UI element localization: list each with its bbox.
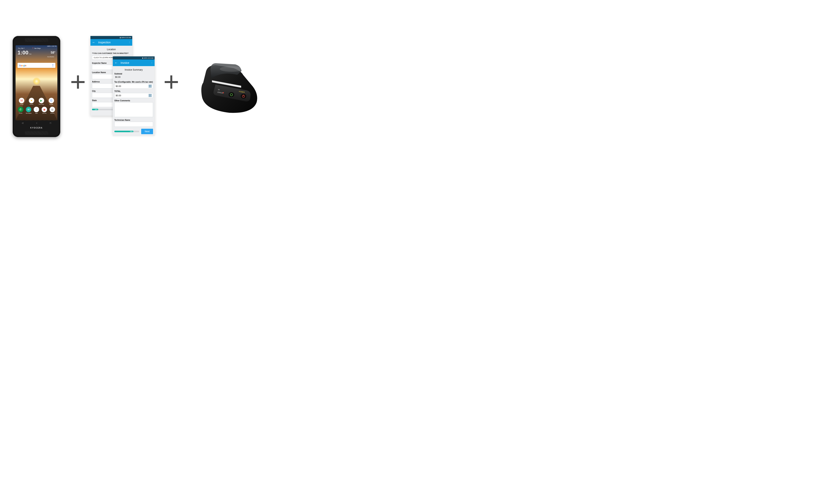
app-icon: ⋮⋮⋮ [34,107,39,112]
highlight [220,66,243,72]
app-apps[interactable]: ⋮⋮⋮Apps [33,107,40,114]
statusbar: ▮ 100% 8:23 AM [113,56,155,59]
technician-label: Technician Name [114,119,153,121]
back-icon[interactable]: ← [92,40,96,44]
phone-brand-label: KYOCERA [14,127,59,129]
app-icon: ◉ [42,107,47,112]
app-label: Photos [28,104,35,105]
homescreen-date: Thu, Feb 7 [18,48,24,49]
form-body: Invoice Summary Subtotal $0.00 Tax (Conf… [113,66,155,136]
app-icon: ◎ [49,107,55,112]
app-label: Gmail [18,104,25,105]
progress-label: 76% [130,131,133,132]
app-label: Apps [33,113,40,114]
error-led-icon [223,92,224,93]
back-icon[interactable]: ← [114,61,118,65]
progress-bar: 76% [114,131,139,132]
app-bar-title: Inspection [98,41,111,44]
overflow-menu-icon[interactable]: ⋮ [128,41,131,44]
app-icon: M [19,98,24,103]
section-title: Invoice Summary [114,68,153,71]
nav-recent-icon[interactable]: □ [50,122,51,124]
total-field[interactable]: $0.00 [114,93,153,98]
mic-icon[interactable] [52,64,54,67]
comments-label: Other Comments [114,100,153,102]
next-button[interactable]: Next [141,129,153,134]
app-row-2: ✆Phone✉Messaging⋮⋮⋮Apps◉Chrome◎Camera [16,107,57,114]
statusbar-text: 100% 8:23 AM [121,37,131,38]
customize-note: **YOU CAN CUSTOMIZE THIS IN MINUTES** [92,52,131,54]
tax-value: $0.00 [116,85,121,87]
phone-screen[interactable]: 100% 1:00 PM Thu, Feb 7 📍 San Diego 1:00… [16,45,57,120]
app-icon: ✦ [29,98,34,103]
app-google[interactable]: GGoogle [48,98,55,105]
calculator-icon[interactable] [149,85,152,88]
wallpaper-sun [33,77,40,85]
learn-how-button[interactable]: CLICK TO LEARN HOW [92,55,115,60]
weather-source: AccuWeather [47,56,54,57]
app-screenshot-invoice: ▮ 100% 8:23 AM ← Invoice ⋮ Invoice Summa… [113,56,155,134]
homescreen-time-suffix: PM [29,53,31,55]
app-photos[interactable]: ✦Photos [28,98,35,105]
homescreen-location: 📍 San Diego [32,48,41,49]
progress-fill: 16% [92,109,98,110]
app-label: Play Store [38,104,45,105]
app-label: Messaging [25,113,32,114]
nav-back-icon[interactable]: ◁ [22,122,23,124]
location-pin-icon: 📍 [32,48,34,49]
app-bar: ← Inspection ⋮ [91,39,132,46]
app-phone[interactable]: ✆Phone [17,107,24,114]
phone-statusbar: 100% 1:00 PM [47,45,56,47]
phone-speaker-top [25,38,48,42]
printer-brand: SII [218,89,220,91]
total-label: TOTAL [114,90,153,93]
section-title: Location [92,48,131,51]
subtotal-value: $0.00 [114,75,153,79]
nav-home-icon[interactable]: ○ [36,122,37,124]
app-camera[interactable]: ◎Camera [49,107,56,114]
homescreen-temperature: 58° [51,51,55,54]
subtotal-label: Subtotal [114,73,153,75]
app-label: Google [48,104,55,105]
homescreen-clock-row: 1:00 PM 58° [16,49,57,56]
app-messaging[interactable]: ✉Messaging [25,107,32,114]
location-text: San Diego [34,48,41,49]
app-icon: ✉ [26,107,31,112]
app-row-1: MGmail✦Photos▶Play StoreGGoogle [16,98,57,105]
statusbar: ▮ 100% 8:23 AM [91,36,132,39]
phone-speaker-bottom [25,131,48,135]
search-bar[interactable]: Google [17,63,55,68]
signal-icon: ▮ [120,37,121,38]
mobile-printer: SII ERROR POWER [192,57,259,116]
app-icon: ▶ [39,98,44,103]
comments-field[interactable] [114,102,153,117]
phone-body: 100% 1:00 PM Thu, Feb 7 📍 San Diego 1:00… [14,37,59,136]
app-label: Phone [17,113,24,114]
signal-icon: ▮ [142,57,143,59]
app-icon: G [49,98,54,103]
feed-button[interactable] [228,92,234,98]
technician-field[interactable] [114,122,153,127]
rugged-phone: 100% 1:00 PM Thu, Feb 7 📍 San Diego 1:00… [13,36,60,137]
calculator-icon[interactable] [149,94,152,97]
homescreen-time: 1:00 [17,49,28,56]
app-play-store[interactable]: ▶Play Store [38,98,45,105]
app-gmail[interactable]: MGmail [18,98,25,105]
app-chrome[interactable]: ◉Chrome [41,107,48,114]
statusbar-text: 100% 8:23 AM [143,57,153,59]
plus-icon: + [70,68,86,95]
app-bar-title: Invoice [121,61,129,64]
progress-fill: 76% [114,131,133,132]
statusbar-text: 100% 1:00 PM [47,45,56,47]
app-label: Camera [49,113,56,114]
total-value: $0.00 [116,94,121,97]
overflow-menu-icon[interactable]: ⋮ [151,62,153,64]
progress-label: 16% [95,109,98,110]
search-logo: Google [19,63,26,67]
app-label: Chrome [41,113,48,114]
app-bar: ← Invoice ⋮ [113,59,155,66]
plus-icon: + [163,68,179,95]
tax-field[interactable]: $0.00 [114,83,153,89]
app-icon: ✆ [18,107,23,112]
canvas: 100% 1:00 PM Thu, Feb 7 📍 San Diego 1:00… [0,0,274,168]
